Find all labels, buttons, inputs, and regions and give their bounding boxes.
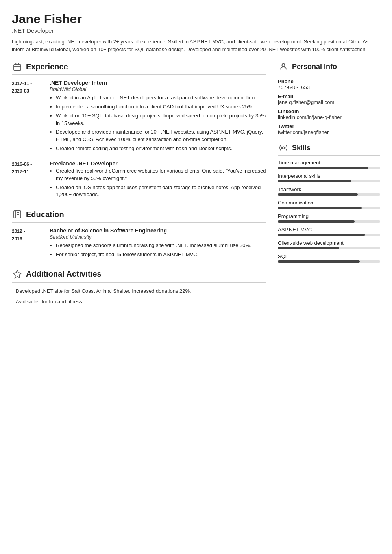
skill-bar-bg [278,247,380,249]
skill-name: Communication [278,200,380,206]
experience-divider [12,74,266,75]
skill-name: SQL [278,253,380,259]
phone-value: 757-646-1653 [278,84,380,90]
skill-name: Interpersonal skills [278,173,380,179]
svg-point-5 [282,64,285,67]
skill-name: Programming [278,213,380,219]
personal-info-header: Personal Info [278,61,380,72]
entry-org: Stratford University [50,234,266,240]
entry-bullets: Worked in an Agile team of .NET develope… [50,94,266,152]
skills-section: Skills Time managementInterpersonal skil… [278,142,380,263]
skill-bar-fill [278,167,368,169]
right-column: Personal Info Phone 757-646-1653 E-mail … [278,61,380,314]
experience-entries: 2017-11 - 2020-03.NET Developer InternBr… [12,80,266,200]
skill-item: Teamwork [278,186,380,196]
education-divider [12,222,266,223]
entry-job-title: Freelance .NET Developer [50,160,266,167]
experience-entry: 2017-11 - 2020-03.NET Developer InternBr… [12,80,266,154]
skill-bar-bg [278,207,380,209]
skill-bar-bg [278,260,380,263]
skill-bar-bg [278,193,380,196]
entry-degree-title: Bachelor of Science in Software Engineer… [50,227,266,234]
experience-title: Experience [26,62,68,71]
entry-org: BrainWild Global [50,87,266,92]
svg-point-6 [282,147,285,149]
twitter-field: Twitter twitter.com/janeqfisher [278,123,380,135]
twitter-label: Twitter [278,123,380,129]
entry-content: .NET Developer InternBrainWild GlobalWor… [50,80,266,154]
bullet-item: Worked on 10+ SQL database design projec… [56,112,266,127]
linkedin-label: LinkedIn [278,108,380,114]
skill-name: Time management [278,160,380,165]
skill-name: ASP.NET MVC [278,227,380,232]
skill-bar-bg [278,220,380,223]
skill-name: Teamwork [278,186,380,192]
skill-bar-fill [278,220,355,223]
skill-bar-fill [278,234,365,236]
skills-icon [278,142,289,153]
email-field: E-mail jane.q.fisher@gmail.com [278,93,380,105]
email-value: jane.q.fisher@gmail.com [278,99,380,105]
resume-header: Jane Fisher .NET Developer Lightning-fas… [12,12,380,53]
experience-entry: 2016-06 - 2017-11Freelance .NET Develope… [12,160,266,200]
skill-bar-bg [278,167,380,169]
svg-rect-0 [14,65,21,70]
experience-section: Experience 2017-11 - 2020-03.NET Develop… [12,61,266,200]
candidate-name: Jane Fisher [12,12,380,26]
additional-entries: Developed .NET site for Salt Coast Anima… [12,287,266,306]
left-column: Experience 2017-11 - 2020-03.NET Develop… [12,61,266,314]
svg-marker-3 [13,270,21,278]
bullet-item: Created five real-world eCommerce websit… [56,167,266,182]
entry-dates: 2016-06 - 2017-11 [12,160,43,200]
personal-info-icon [278,61,289,72]
additional-item: Developed .NET site for Salt Coast Anima… [16,287,266,295]
phone-field: Phone 757-646-1653 [278,78,380,90]
entry-dates: 2012 - 2016 [12,227,43,260]
bullet-item: For senior project, trained 15 fellow st… [56,251,266,258]
skills-divider [278,155,380,156]
skills-title: Skills [292,144,311,152]
entry-content: Freelance .NET DeveloperCreated five rea… [50,160,266,200]
skill-name: Client-side web development [278,240,380,246]
education-header: Education [12,209,266,220]
skill-item: Client-side web development [278,240,380,249]
additional-divider [12,282,266,283]
experience-icon [12,61,23,72]
skill-bar-fill [278,247,339,249]
entry-dates: 2017-11 - 2020-03 [12,80,43,154]
education-title: Education [26,210,64,219]
bullet-item: Worked in an Agile team of .NET develope… [56,94,266,102]
skill-item: Interpersonal skills [278,173,380,182]
personal-info-divider [278,74,380,74]
skills-header: Skills [278,142,380,153]
additional-title: Additional Activities [26,270,102,279]
bullet-item: Redesigned the school's alumni fundraisi… [56,242,266,249]
entry-job-title: .NET Developer Intern [50,80,266,86]
bullet-item: Implemented a smoothing function into a … [56,103,266,111]
entry-bullets: Created five real-world eCommerce websit… [50,167,266,199]
personal-info-section: Personal Info Phone 757-646-1653 E-mail … [278,61,380,135]
linkedin-value: linkedin.com/in/jane-q-fisher [278,114,380,120]
entry-bullets: Redesigned the school's alumni fundraisi… [50,242,266,258]
candidate-title: .NET Developer [12,27,380,34]
skill-bar-fill [278,193,358,196]
skill-item: Programming [278,213,380,223]
experience-header: Experience [12,61,266,72]
skill-item: SQL [278,253,380,263]
skill-item: Communication [278,200,380,209]
additional-item: Avid surfer for fun and fitness. [16,298,266,306]
skill-item: ASP.NET MVC [278,227,380,236]
twitter-value: twitter.com/janeqfisher [278,129,380,135]
skill-item: Time management [278,160,380,169]
bullet-item: Created remote coding and testing enviro… [56,145,266,152]
candidate-summary: Lightning-fast, exacting .NET developer … [12,38,380,53]
education-entries: 2012 - 2016Bachelor of Science in Softwa… [12,227,266,260]
additional-header: Additional Activities [12,269,266,280]
entry-content: Bachelor of Science in Software Engineer… [50,227,266,260]
personal-info-title: Personal Info [292,63,337,71]
education-section: Education 2012 - 2016Bachelor of Science… [12,209,266,260]
additional-section: Additional Activities Developed .NET sit… [12,269,266,306]
main-layout: Experience 2017-11 - 2020-03.NET Develop… [12,61,380,314]
phone-label: Phone [278,78,380,84]
education-icon [12,209,23,220]
